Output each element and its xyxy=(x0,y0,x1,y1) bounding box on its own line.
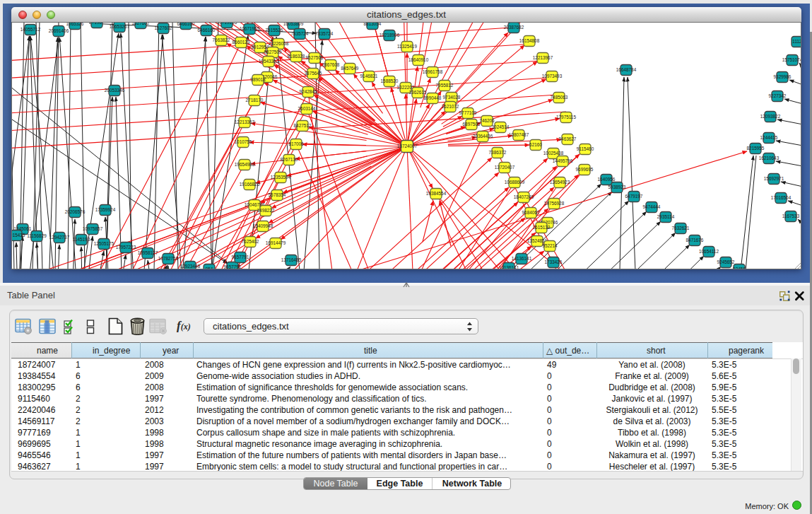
svg-text:20691406: 20691406 xyxy=(49,28,69,33)
svg-text:9242845: 9242845 xyxy=(300,89,317,94)
svg-text:8186328: 8186328 xyxy=(288,54,305,59)
svg-text:16210643: 16210643 xyxy=(759,156,779,160)
svg-text:17359924: 17359924 xyxy=(95,207,116,212)
svg-text:10958127: 10958127 xyxy=(138,250,158,255)
svg-text:6466160: 6466160 xyxy=(198,28,216,33)
svg-text:8471676: 8471676 xyxy=(686,238,704,243)
svg-text:8267130: 8267130 xyxy=(281,157,298,162)
svg-text:20387682: 20387682 xyxy=(504,25,524,30)
svg-text:6897505: 6897505 xyxy=(463,122,481,127)
svg-text:14136141: 14136141 xyxy=(512,256,532,261)
svg-text:7625402: 7625402 xyxy=(242,239,259,244)
svg-text:1244415: 1244415 xyxy=(760,135,778,140)
svg-text:3024514: 3024514 xyxy=(492,124,510,129)
svg-text:5578354: 5578354 xyxy=(269,192,286,197)
svg-text:9827509: 9827509 xyxy=(264,49,282,54)
svg-text:1621072: 1621072 xyxy=(442,104,459,109)
svg-text:9734028: 9734028 xyxy=(443,95,461,100)
svg-text:1065326: 1065326 xyxy=(66,23,84,26)
svg-text:12505175: 12505175 xyxy=(94,241,114,246)
svg-text:13720407: 13720407 xyxy=(495,165,515,170)
svg-text:1167533: 1167533 xyxy=(782,214,800,218)
svg-text:746206: 746206 xyxy=(479,118,495,123)
svg-text:10973493: 10973493 xyxy=(542,74,563,78)
svg-text:11325419: 11325419 xyxy=(397,44,417,49)
svg-text:62160: 62160 xyxy=(529,142,542,147)
svg-text:13654923: 13654923 xyxy=(550,180,570,185)
svg-text:9245652: 9245652 xyxy=(717,259,735,264)
svg-text:18407249: 18407249 xyxy=(514,194,534,199)
svg-text:19756928: 19756928 xyxy=(544,201,565,206)
svg-text:1588520: 1588520 xyxy=(381,78,399,83)
svg-text:7955812: 7955812 xyxy=(436,83,454,88)
svg-text:7485063: 7485063 xyxy=(551,95,568,100)
svg-text:9777109: 9777109 xyxy=(459,110,477,115)
svg-text:12093822: 12093822 xyxy=(760,114,781,119)
svg-text:10543362: 10543362 xyxy=(259,59,279,64)
svg-text:7663822: 7663822 xyxy=(213,37,230,42)
svg-text:15409948: 15409948 xyxy=(253,223,273,228)
svg-text:17016504: 17016504 xyxy=(771,195,792,200)
svg-text:20053346: 20053346 xyxy=(105,88,125,93)
svg-text:10975857: 10975857 xyxy=(83,226,103,231)
svg-text:16053809: 16053809 xyxy=(283,23,304,26)
svg-text:1733426: 1733426 xyxy=(545,259,563,264)
svg-text:18640910: 18640910 xyxy=(408,57,429,62)
svg-text:989018: 989018 xyxy=(250,77,266,82)
svg-text:1362615: 1362615 xyxy=(409,90,427,95)
svg-text:2603144: 2603144 xyxy=(298,106,316,111)
svg-text:2867608: 2867608 xyxy=(322,62,340,67)
svg-text:17957223: 17957223 xyxy=(116,245,136,250)
svg-text:9474444: 9474444 xyxy=(643,204,661,209)
svg-text:10719155: 10719155 xyxy=(217,23,237,25)
svg-text:8813054: 8813054 xyxy=(364,23,382,26)
svg-text:16648784: 16648784 xyxy=(616,67,637,72)
svg-text:1527602: 1527602 xyxy=(155,25,172,30)
svg-text:9657791: 9657791 xyxy=(224,264,242,269)
svg-text:1527602: 1527602 xyxy=(132,23,150,25)
svg-text:16914479: 16914479 xyxy=(266,240,286,245)
svg-text:14055712: 14055712 xyxy=(20,27,41,32)
svg-text:7632621: 7632621 xyxy=(672,226,690,230)
svg-text:6479197: 6479197 xyxy=(625,194,643,199)
svg-text:9463627: 9463627 xyxy=(559,136,577,141)
svg-text:7835724: 7835724 xyxy=(316,31,334,36)
svg-text:19218906: 19218906 xyxy=(379,33,400,37)
svg-text:9329986: 9329986 xyxy=(774,74,792,79)
svg-text:8912954: 8912954 xyxy=(252,45,269,49)
svg-text:10654112: 10654112 xyxy=(699,249,719,254)
svg-text:7515526: 7515526 xyxy=(266,28,283,33)
svg-text:1010755: 1010755 xyxy=(235,139,252,144)
svg-text:16961758: 16961758 xyxy=(423,69,443,74)
svg-text:19384554: 19384554 xyxy=(426,191,447,196)
svg-text:1112: 1112 xyxy=(792,39,801,44)
svg-text:8215955: 8215955 xyxy=(747,146,765,151)
svg-text:12213363: 12213363 xyxy=(235,119,255,124)
svg-text:15751074: 15751074 xyxy=(782,57,801,62)
svg-text:8427512: 8427512 xyxy=(294,123,312,128)
svg-text:1640956: 1640956 xyxy=(598,177,616,182)
svg-text:8660123: 8660123 xyxy=(233,40,250,45)
svg-text:12353594: 12353594 xyxy=(271,175,291,180)
svg-text:6466160: 6466160 xyxy=(177,23,195,26)
svg-text:17975115: 17975115 xyxy=(556,115,576,119)
svg-text:9527505: 9527505 xyxy=(306,55,324,60)
svg-text:15692971: 15692971 xyxy=(764,176,784,181)
svg-text:2935114: 2935114 xyxy=(657,214,675,219)
svg-text:9699695: 9699695 xyxy=(576,167,594,172)
svg-text:7196: 7196 xyxy=(92,23,102,25)
svg-text:8990448: 8990448 xyxy=(424,95,442,100)
svg-text:7835724: 7835724 xyxy=(291,31,309,36)
svg-text:10807487: 10807487 xyxy=(509,132,529,137)
svg-text:16154808: 16154808 xyxy=(519,38,540,43)
svg-text:9657791: 9657791 xyxy=(232,255,249,259)
svg-text:1145193: 1145193 xyxy=(73,237,90,242)
svg-text:1615132: 1615132 xyxy=(533,225,551,230)
svg-text:817006: 817006 xyxy=(288,141,304,146)
svg-text:8457649: 8457649 xyxy=(341,66,359,71)
svg-text:3915433: 3915433 xyxy=(11,233,25,238)
svg-text:9684067: 9684067 xyxy=(522,210,540,215)
svg-text:19166825: 19166825 xyxy=(240,182,260,187)
svg-text:1498222: 1498222 xyxy=(257,208,275,213)
svg-text:9146821: 9146821 xyxy=(360,74,378,78)
